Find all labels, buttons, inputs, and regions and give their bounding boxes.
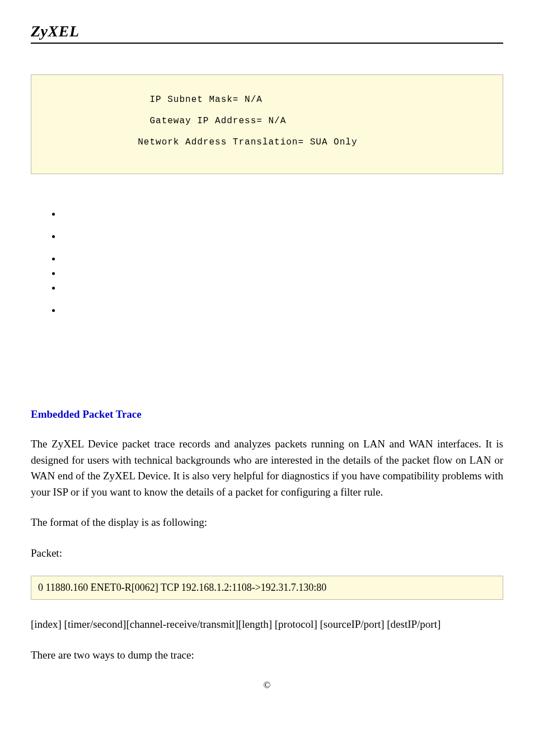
- dump-lead: There are two ways to dump the trace:: [31, 647, 503, 664]
- list-item: [62, 304, 503, 313]
- format-fields: [index] [timer/second][channel-receive/t…: [31, 617, 503, 633]
- page-header: ZyXEL: [31, 22, 503, 44]
- list-item: [62, 282, 503, 291]
- config-line: IP Subnet Mask= N/A: [37, 93, 497, 106]
- list-item: [62, 253, 503, 262]
- config-line: Network Address Translation= SUA Only: [37, 136, 497, 149]
- copyright: ©: [264, 680, 271, 690]
- config-line: Gateway IP Address= N/A: [37, 114, 497, 128]
- logo: ZyXEL: [31, 22, 79, 40]
- bullet-list: [31, 208, 503, 313]
- page-footer: ©: [31, 680, 503, 691]
- list-item: [62, 267, 503, 276]
- section-heading: Embedded Packet Trace: [31, 408, 503, 421]
- intro-paragraph: The ZyXEL Device packet trace records an…: [31, 436, 503, 500]
- list-item: [62, 208, 503, 217]
- config-block: IP Subnet Mask= N/A Gateway IP Address= …: [31, 74, 503, 174]
- packet-sample-box: 0 11880.160 ENET0-R[0062] TCP 192.168.1.…: [31, 576, 503, 600]
- packet-sample-text: 0 11880.160 ENET0-R[0062] TCP 192.168.1.…: [38, 582, 326, 593]
- packet-label: Packet:: [31, 545, 503, 562]
- format-lead: The format of the display is as followin…: [31, 515, 503, 531]
- list-item: [62, 230, 503, 239]
